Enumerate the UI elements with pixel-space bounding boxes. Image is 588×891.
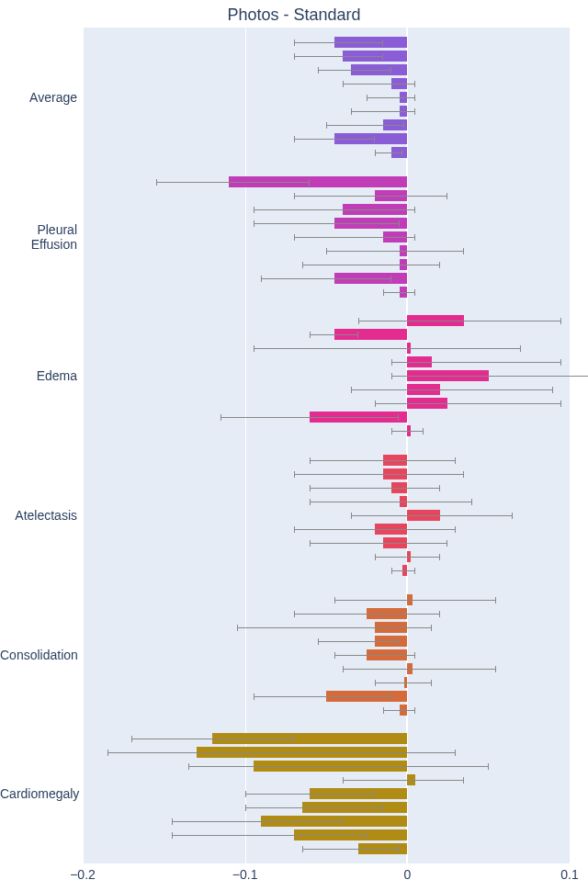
error-bar bbox=[220, 417, 399, 418]
error-bar bbox=[294, 42, 383, 43]
error-bar bbox=[294, 474, 465, 475]
error-bar bbox=[294, 139, 375, 140]
error-bar bbox=[294, 196, 448, 197]
error-bar bbox=[172, 821, 343, 822]
error-bar bbox=[310, 488, 439, 489]
error-bar bbox=[318, 70, 391, 71]
error-bar bbox=[343, 780, 465, 781]
error-bar bbox=[358, 321, 561, 321]
error-bar bbox=[351, 389, 554, 390]
x-tick-label: −0.2 bbox=[70, 867, 96, 882]
chart-container: Photos - Standard −0.2−0.100.1AveragePle… bbox=[0, 0, 588, 891]
error-bar bbox=[107, 752, 457, 753]
error-bar bbox=[351, 515, 514, 516]
error-bar bbox=[237, 627, 432, 628]
error-bar bbox=[343, 84, 416, 85]
chart-title: Photos - Standard bbox=[0, 6, 588, 25]
error-bar bbox=[254, 223, 400, 224]
error-bar bbox=[254, 348, 522, 349]
error-bar bbox=[375, 557, 440, 558]
category-label: Consolidation bbox=[0, 648, 77, 662]
error-bar bbox=[343, 669, 497, 670]
error-bar bbox=[383, 292, 415, 293]
error-bar bbox=[326, 251, 464, 252]
category-label: Edema bbox=[0, 368, 77, 383]
error-bar bbox=[375, 152, 402, 153]
category-label: Average bbox=[0, 90, 77, 105]
error-bar bbox=[391, 362, 562, 363]
error-bar bbox=[367, 97, 415, 98]
x-tick-label: −0.1 bbox=[232, 867, 258, 882]
error-bar bbox=[302, 265, 440, 265]
error-bar bbox=[310, 502, 472, 502]
error-bar bbox=[383, 710, 415, 711]
error-bar bbox=[294, 56, 383, 57]
error-bar bbox=[156, 182, 311, 183]
x-tick-label: 0.1 bbox=[560, 867, 578, 882]
x-tick-label: 0 bbox=[403, 867, 411, 882]
error-bar bbox=[334, 600, 497, 601]
error-bar bbox=[375, 403, 561, 404]
error-bar bbox=[131, 739, 294, 739]
error-bar bbox=[245, 807, 383, 808]
category-label: Cardiomegaly bbox=[0, 786, 77, 801]
error-bar bbox=[310, 334, 358, 335]
category-label: Atelectasis bbox=[0, 508, 77, 523]
error-bar bbox=[391, 376, 588, 377]
error-bar bbox=[294, 614, 440, 615]
gridline bbox=[83, 28, 84, 863]
category-label: Pleural Effusion bbox=[0, 222, 77, 252]
error-bar bbox=[172, 835, 367, 836]
error-bar bbox=[318, 641, 399, 642]
error-bar bbox=[254, 696, 391, 697]
error-bar bbox=[310, 460, 456, 461]
error-bar bbox=[391, 570, 416, 571]
error-bar bbox=[294, 237, 416, 238]
gridline bbox=[570, 28, 571, 863]
error-bar bbox=[261, 278, 390, 279]
error-bar bbox=[334, 655, 415, 656]
error-bar bbox=[326, 125, 404, 126]
error-bar bbox=[375, 682, 432, 683]
error-bar bbox=[391, 431, 424, 432]
error-bar bbox=[302, 849, 400, 850]
error-bar bbox=[351, 111, 416, 112]
error-bar bbox=[245, 794, 375, 795]
error-bar bbox=[310, 543, 447, 544]
error-bar bbox=[188, 766, 489, 767]
plot-area bbox=[83, 28, 570, 863]
error-bar bbox=[294, 529, 457, 530]
error-bar bbox=[254, 209, 416, 210]
